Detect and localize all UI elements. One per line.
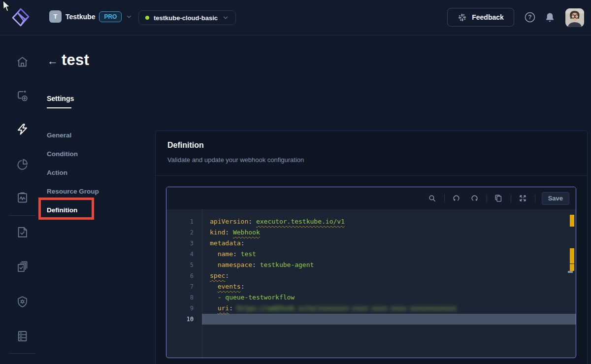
env-status-dot <box>145 16 149 20</box>
app-root: T Testkube PRO testkube-cloud-basic Feed… <box>0 0 591 364</box>
fullscreen-button[interactable] <box>517 192 529 205</box>
copy-button[interactable] <box>492 192 505 205</box>
settings-nav-resource-group[interactable]: Resource Group <box>47 188 99 196</box>
code-line-10[interactable]: 10 <box>166 314 576 325</box>
home-icon <box>16 55 29 68</box>
org-name: Testkube <box>66 13 95 21</box>
yaml-editor[interactable]: Save 1apiVersion: executor.testkube.io/v… <box>166 187 576 358</box>
expand-icon <box>519 194 527 202</box>
undo-button[interactable] <box>450 192 463 205</box>
save-button[interactable]: Save <box>542 192 569 205</box>
toolbar-separator <box>511 195 511 202</box>
line-number: 4 <box>166 249 202 260</box>
toolbar-separator <box>444 195 445 202</box>
env-name: testkube-cloud-basic <box>154 14 218 22</box>
sidebar-item-executors[interactable] <box>16 295 29 308</box>
sidebar-divider <box>9 215 35 216</box>
tab-settings[interactable]: Settings <box>47 95 74 108</box>
org-avatar: T <box>49 10 62 23</box>
slack-icon <box>458 13 467 22</box>
topbar: T Testkube PRO testkube-cloud-basic Feed… <box>0 0 591 35</box>
line-content: metadata: <box>202 238 576 249</box>
line-number: 10 <box>166 314 202 325</box>
redacted-webhook-url: https://webhook.site/xxxxxxxx-xxxx-xxxx-… <box>237 304 457 312</box>
lightning-bolt-icon <box>16 123 29 136</box>
warning-mark <box>570 264 574 271</box>
code-line-7[interactable]: 7 events: <box>166 281 576 292</box>
code-line-8[interactable]: 8 - queue-testworkflow <box>166 292 576 303</box>
svg-text:?: ? <box>528 14 531 21</box>
chevron-down-icon <box>222 14 229 21</box>
panel-subtitle: Validate and update your webhook configu… <box>167 156 304 164</box>
help-button[interactable]: ? <box>524 11 536 23</box>
executor-shield-icon <box>16 295 29 308</box>
code-line-5[interactable]: 5 namespace: testkube-agent <box>166 260 576 270</box>
code-area[interactable]: 1apiVersion: executor.testkube.io/v12kin… <box>166 209 576 358</box>
editor-toolbar: Save <box>166 187 576 209</box>
redo-icon <box>470 194 479 202</box>
sources-server-icon <box>16 330 29 343</box>
panel-title: Definition <box>167 141 204 150</box>
settings-nav-general[interactable]: General <box>47 132 99 139</box>
line-content <box>202 314 576 325</box>
monitoring-clipboard-icon <box>16 191 29 204</box>
scroll-indicator-mark <box>568 271 573 273</box>
line-content: kind: Webhook <box>202 227 576 238</box>
code-line-6[interactable]: 6spec: <box>166 270 576 281</box>
sidebar-item-test-triggers[interactable] <box>16 89 29 102</box>
user-avatar[interactable] <box>565 8 584 27</box>
line-content: uri: https://webhook.site/xxxxxxxx-xxxx-… <box>202 303 576 314</box>
line-content: - queue-testworkflow <box>202 292 576 303</box>
search-icon <box>428 194 436 202</box>
sidebar-item-tests[interactable] <box>16 226 29 239</box>
sidebar-item-webhooks[interactable] <box>16 123 29 136</box>
overview-ruler <box>569 209 576 358</box>
line-number: 5 <box>166 260 202 270</box>
search-button[interactable] <box>426 192 439 205</box>
testkube-logo[interactable] <box>9 6 33 30</box>
code-line-4[interactable]: 4 name: test <box>166 249 576 260</box>
sidebar-item-home[interactable] <box>16 55 29 68</box>
line-number: 7 <box>166 281 202 292</box>
warning-mark <box>570 248 574 264</box>
toolbar-separator <box>535 195 535 202</box>
test-file-icon <box>16 226 29 239</box>
line-number: 3 <box>166 238 202 249</box>
redo-button[interactable] <box>468 192 481 205</box>
sidebar-item-test-suites[interactable] <box>16 260 29 273</box>
settings-nav: General Condition Action Resource Group … <box>47 132 99 214</box>
sidebar-item-monitoring[interactable] <box>16 191 29 204</box>
panel-divider <box>156 175 587 176</box>
org-switcher[interactable]: T Testkube PRO <box>49 10 132 23</box>
line-number: 6 <box>166 270 202 281</box>
settings-nav-definition[interactable]: Definition <box>47 206 99 214</box>
plan-badge: PRO <box>99 11 122 22</box>
sidebar-divider <box>9 353 35 354</box>
line-content: events: <box>202 281 576 292</box>
feedback-label: Feedback <box>472 13 504 21</box>
toolbar-separator <box>487 195 487 202</box>
code-line-1[interactable]: 1apiVersion: executor.testkube.io/v1 <box>166 216 576 227</box>
line-content: apiVersion: executor.testkube.io/v1 <box>202 216 576 227</box>
copy-icon <box>494 194 503 202</box>
test-suites-icon <box>16 260 29 273</box>
line-number: 9 <box>166 303 202 314</box>
feedback-button[interactable]: Feedback <box>447 8 514 27</box>
sidebar-item-insights[interactable] <box>16 158 29 171</box>
line-content: name: test <box>202 249 576 260</box>
line-content: spec: <box>202 270 576 281</box>
page-title: test <box>62 51 89 69</box>
environment-selector[interactable]: testkube-cloud-basic <box>138 10 236 25</box>
settings-nav-action[interactable]: Action <box>47 169 99 177</box>
code-line-2[interactable]: 2kind: Webhook <box>166 227 576 238</box>
code-line-3[interactable]: 3metadata: <box>166 238 576 249</box>
gutter-separator <box>202 209 202 358</box>
line-number: 2 <box>166 227 202 238</box>
settings-nav-condition[interactable]: Condition <box>47 150 99 158</box>
back-button[interactable]: ← <box>47 56 58 66</box>
notifications-button[interactable] <box>544 11 556 23</box>
code-line-9[interactable]: 9 uri: https://webhook.site/xxxxxxxx-xxx… <box>166 303 576 314</box>
bell-icon <box>544 11 556 23</box>
sidebar-item-sources[interactable] <box>16 330 29 343</box>
warning-mark <box>570 215 574 227</box>
